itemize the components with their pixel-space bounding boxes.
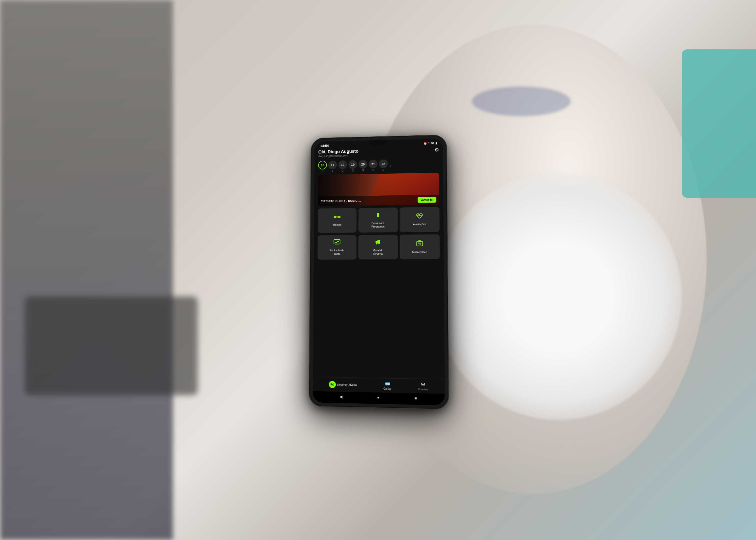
cal-number-20: 20 xyxy=(358,160,367,169)
svg-rect-6 xyxy=(376,243,377,244)
svg-text:%: % xyxy=(418,242,421,245)
bg-dark-left xyxy=(0,0,173,540)
treinos-button[interactable]: Treinos xyxy=(318,208,356,233)
avaliacoes-button[interactable]: Avaliações xyxy=(400,207,440,232)
user-avatar: RO xyxy=(329,381,336,388)
cal-day-16[interactable]: 16 S xyxy=(318,161,327,173)
cal-number-16: 16 xyxy=(318,161,327,170)
home-button[interactable]: ● xyxy=(377,395,379,400)
back-button[interactable]: ◀ xyxy=(339,394,342,399)
cal-day-19[interactable]: 19 Q xyxy=(348,160,357,172)
cal-letter-17: T xyxy=(332,170,333,173)
cal-letter-21: S xyxy=(372,169,374,172)
settings-button[interactable]: ⚙ xyxy=(435,147,439,153)
avaliacoes-label: Avaliações xyxy=(413,222,426,226)
megaphone-icon xyxy=(375,239,381,246)
banner-cta-button[interactable]: Vamos lá! xyxy=(418,197,436,203)
cartao-tab[interactable]: 🪪 Cartão xyxy=(383,381,391,390)
svg-rect-4 xyxy=(339,216,340,218)
cal-number-21: 21 xyxy=(369,160,378,169)
grid-row-1: Treinos Desafios &Programas xyxy=(318,207,440,233)
bg-glasses xyxy=(472,86,571,116)
mural-button[interactable]: Mural dopersonal xyxy=(358,235,398,260)
treinos-label: Treinos xyxy=(333,223,342,226)
cal-letter-16: S xyxy=(322,170,323,173)
mail-icon: ✉ xyxy=(421,382,425,387)
evolucao-label: Evolução decarga xyxy=(329,248,344,256)
evolucao-button[interactable]: Evolução decarga xyxy=(317,235,356,260)
cartao-tab-label: Cartão xyxy=(383,387,391,390)
convites-tab-label: Convites xyxy=(418,388,428,391)
heart-monitor-icon xyxy=(416,213,423,220)
cal-day-22[interactable]: 22 D xyxy=(379,159,388,172)
grid-row-2: Evolução decarga Mural dopersonal xyxy=(317,234,440,260)
cal-number-18: 18 xyxy=(338,160,347,169)
cal-day-20[interactable]: 20 S xyxy=(358,160,367,172)
dumbbell-icon xyxy=(334,214,341,221)
greeting: Olá, Diogo Augusto xyxy=(318,149,358,155)
status-time: 14:54 xyxy=(320,144,329,148)
cal-letter-19: Q xyxy=(352,169,354,172)
card-icon: 🪪 xyxy=(384,381,390,387)
cal-letter-18: Q xyxy=(342,170,344,172)
phone: 14:54 ⏰ * 5G ▮ Olá, Diogo Augusto diog xyxy=(309,135,449,410)
status-icons: ⏰ * 5G ▮ xyxy=(424,142,437,145)
user-name: Rogerio Oliveira xyxy=(337,383,357,387)
cal-letter-20: S xyxy=(362,169,364,172)
bg-shirt xyxy=(435,173,682,420)
recents-button[interactable]: ■ xyxy=(415,396,417,401)
banner-content: CIRCUITO GLOBAL DOMICI... Vamos lá! xyxy=(318,195,440,206)
cal-number-19: 19 xyxy=(348,160,357,169)
cal-letter-22: D xyxy=(382,169,384,172)
calendar-strip: 16 S 17 T 18 Q 19 Q xyxy=(318,158,439,173)
header-text: Olá, Diogo Augusto diog.augusto@gmail.co… xyxy=(318,149,358,158)
user-profile-section[interactable]: RO Rogerio Oliveira xyxy=(329,381,357,389)
bg-desk xyxy=(25,296,198,395)
cal-number-22: 22 xyxy=(379,159,388,168)
cal-day-18[interactable]: 18 Q xyxy=(338,160,347,172)
phone-inner: 14:54 ⏰ * 5G ▮ Olá, Diogo Augusto diog xyxy=(313,139,445,405)
marketplace-icon: % xyxy=(416,240,423,248)
cal-next-arrow[interactable]: › xyxy=(390,163,391,167)
system-nav-bar: ◀ ● ■ xyxy=(313,391,445,405)
convites-tab[interactable]: ✉ Convites xyxy=(418,381,428,391)
app-content: Olá, Diogo Augusto diog.augusto@gmail.co… xyxy=(313,146,445,379)
svg-rect-1 xyxy=(335,216,336,218)
desafios-label: Desafios &Programas xyxy=(371,221,384,228)
svg-rect-2 xyxy=(336,216,338,217)
bluetooth-icon: * xyxy=(428,142,429,145)
signal-icon: 5G xyxy=(431,142,434,145)
notch xyxy=(368,140,388,146)
phone-outer: 14:54 ⏰ * 5G ▮ Olá, Diogo Augusto diog xyxy=(309,135,449,410)
battery-icon: ▮ xyxy=(436,142,437,145)
mural-label: Mural dopersonal xyxy=(373,248,383,256)
phone-screen: 14:54 ⏰ * 5G ▮ Olá, Diogo Augusto diog xyxy=(313,139,445,405)
teal-element xyxy=(682,50,756,198)
cal-day-17[interactable]: 17 T xyxy=(328,161,337,173)
user-email: diog.augusto@gmail.com xyxy=(318,154,358,158)
cal-day-21[interactable]: 21 S xyxy=(369,160,378,172)
marketplace-label: Marketplace xyxy=(412,250,427,254)
banner-title: CIRCUITO GLOBAL DOMICI... xyxy=(321,200,361,203)
alarm-icon: ⏰ xyxy=(424,142,427,145)
workout-banner[interactable]: CIRCUITO GLOBAL DOMICI... Vamos lá! xyxy=(318,173,440,206)
muscle-icon xyxy=(375,212,381,219)
bottom-tab-bar: RO Rogerio Oliveira 🪪 Cartão ✉ Convites xyxy=(313,377,445,394)
desafios-button[interactable]: Desafios &Programas xyxy=(358,207,398,232)
chart-up-icon xyxy=(333,239,340,246)
marketplace-button[interactable]: % Marketplace xyxy=(400,234,440,259)
cal-number-17: 17 xyxy=(328,161,337,170)
